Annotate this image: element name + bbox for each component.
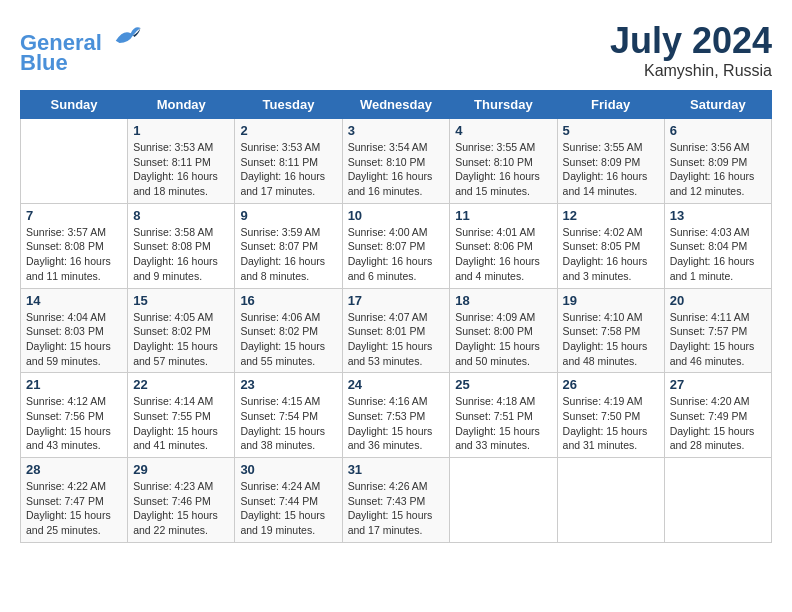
calendar-cell: 23Sunrise: 4:15 AM Sunset: 7:54 PM Dayli… <box>235 373 342 458</box>
day-number: 22 <box>133 377 229 392</box>
col-header-wednesday: Wednesday <box>342 91 450 119</box>
calendar-cell: 10Sunrise: 4:00 AM Sunset: 8:07 PM Dayli… <box>342 203 450 288</box>
day-number: 21 <box>26 377 122 392</box>
calendar-cell <box>664 458 771 543</box>
day-number: 19 <box>563 293 659 308</box>
calendar-cell: 19Sunrise: 4:10 AM Sunset: 7:58 PM Dayli… <box>557 288 664 373</box>
col-header-saturday: Saturday <box>664 91 771 119</box>
week-row-2: 7Sunrise: 3:57 AM Sunset: 8:08 PM Daylig… <box>21 203 772 288</box>
day-number: 11 <box>455 208 551 223</box>
day-number: 15 <box>133 293 229 308</box>
day-info: Sunrise: 3:55 AM Sunset: 8:10 PM Dayligh… <box>455 140 551 199</box>
calendar-cell: 22Sunrise: 4:14 AM Sunset: 7:55 PM Dayli… <box>128 373 235 458</box>
title-block: July 2024 Kamyshin, Russia <box>610 20 772 80</box>
calendar-cell: 16Sunrise: 4:06 AM Sunset: 8:02 PM Dayli… <box>235 288 342 373</box>
day-number: 26 <box>563 377 659 392</box>
day-number: 28 <box>26 462 122 477</box>
day-info: Sunrise: 4:10 AM Sunset: 7:58 PM Dayligh… <box>563 310 659 369</box>
week-row-5: 28Sunrise: 4:22 AM Sunset: 7:47 PM Dayli… <box>21 458 772 543</box>
calendar-cell: 25Sunrise: 4:18 AM Sunset: 7:51 PM Dayli… <box>450 373 557 458</box>
day-number: 27 <box>670 377 766 392</box>
calendar-cell: 24Sunrise: 4:16 AM Sunset: 7:53 PM Dayli… <box>342 373 450 458</box>
calendar-cell: 3Sunrise: 3:54 AM Sunset: 8:10 PM Daylig… <box>342 119 450 204</box>
week-row-4: 21Sunrise: 4:12 AM Sunset: 7:56 PM Dayli… <box>21 373 772 458</box>
day-number: 5 <box>563 123 659 138</box>
calendar-cell: 18Sunrise: 4:09 AM Sunset: 8:00 PM Dayli… <box>450 288 557 373</box>
day-number: 29 <box>133 462 229 477</box>
calendar-header-row: SundayMondayTuesdayWednesdayThursdayFrid… <box>21 91 772 119</box>
day-info: Sunrise: 4:12 AM Sunset: 7:56 PM Dayligh… <box>26 394 122 453</box>
day-info: Sunrise: 4:15 AM Sunset: 7:54 PM Dayligh… <box>240 394 336 453</box>
day-info: Sunrise: 4:06 AM Sunset: 8:02 PM Dayligh… <box>240 310 336 369</box>
day-info: Sunrise: 4:19 AM Sunset: 7:50 PM Dayligh… <box>563 394 659 453</box>
day-info: Sunrise: 4:24 AM Sunset: 7:44 PM Dayligh… <box>240 479 336 538</box>
calendar-cell <box>21 119 128 204</box>
calendar-body: 1Sunrise: 3:53 AM Sunset: 8:11 PM Daylig… <box>21 119 772 543</box>
calendar-cell <box>450 458 557 543</box>
day-info: Sunrise: 3:56 AM Sunset: 8:09 PM Dayligh… <box>670 140 766 199</box>
day-number: 8 <box>133 208 229 223</box>
calendar-cell: 12Sunrise: 4:02 AM Sunset: 8:05 PM Dayli… <box>557 203 664 288</box>
day-info: Sunrise: 4:09 AM Sunset: 8:00 PM Dayligh… <box>455 310 551 369</box>
day-number: 30 <box>240 462 336 477</box>
day-info: Sunrise: 4:04 AM Sunset: 8:03 PM Dayligh… <box>26 310 122 369</box>
day-info: Sunrise: 3:53 AM Sunset: 8:11 PM Dayligh… <box>240 140 336 199</box>
day-info: Sunrise: 4:22 AM Sunset: 7:47 PM Dayligh… <box>26 479 122 538</box>
day-info: Sunrise: 4:02 AM Sunset: 8:05 PM Dayligh… <box>563 225 659 284</box>
day-number: 16 <box>240 293 336 308</box>
day-info: Sunrise: 4:07 AM Sunset: 8:01 PM Dayligh… <box>348 310 445 369</box>
day-number: 12 <box>563 208 659 223</box>
calendar-cell: 27Sunrise: 4:20 AM Sunset: 7:49 PM Dayli… <box>664 373 771 458</box>
day-number: 10 <box>348 208 445 223</box>
calendar-cell: 5Sunrise: 3:55 AM Sunset: 8:09 PM Daylig… <box>557 119 664 204</box>
calendar-table: SundayMondayTuesdayWednesdayThursdayFrid… <box>20 90 772 543</box>
calendar-cell: 31Sunrise: 4:26 AM Sunset: 7:43 PM Dayli… <box>342 458 450 543</box>
calendar-cell: 4Sunrise: 3:55 AM Sunset: 8:10 PM Daylig… <box>450 119 557 204</box>
day-info: Sunrise: 4:05 AM Sunset: 8:02 PM Dayligh… <box>133 310 229 369</box>
day-number: 25 <box>455 377 551 392</box>
logo-bird-icon <box>112 20 142 50</box>
day-number: 1 <box>133 123 229 138</box>
calendar-cell: 11Sunrise: 4:01 AM Sunset: 8:06 PM Dayli… <box>450 203 557 288</box>
day-number: 3 <box>348 123 445 138</box>
page-header: General Blue July 2024 Kamyshin, Russia <box>20 20 772 80</box>
day-number: 2 <box>240 123 336 138</box>
calendar-cell: 17Sunrise: 4:07 AM Sunset: 8:01 PM Dayli… <box>342 288 450 373</box>
week-row-1: 1Sunrise: 3:53 AM Sunset: 8:11 PM Daylig… <box>21 119 772 204</box>
location: Kamyshin, Russia <box>610 62 772 80</box>
calendar-cell: 14Sunrise: 4:04 AM Sunset: 8:03 PM Dayli… <box>21 288 128 373</box>
calendar-cell: 1Sunrise: 3:53 AM Sunset: 8:11 PM Daylig… <box>128 119 235 204</box>
day-info: Sunrise: 4:14 AM Sunset: 7:55 PM Dayligh… <box>133 394 229 453</box>
calendar-cell: 30Sunrise: 4:24 AM Sunset: 7:44 PM Dayli… <box>235 458 342 543</box>
calendar-cell: 9Sunrise: 3:59 AM Sunset: 8:07 PM Daylig… <box>235 203 342 288</box>
day-info: Sunrise: 3:59 AM Sunset: 8:07 PM Dayligh… <box>240 225 336 284</box>
day-info: Sunrise: 3:53 AM Sunset: 8:11 PM Dayligh… <box>133 140 229 199</box>
day-number: 20 <box>670 293 766 308</box>
calendar-cell: 8Sunrise: 3:58 AM Sunset: 8:08 PM Daylig… <box>128 203 235 288</box>
day-info: Sunrise: 4:20 AM Sunset: 7:49 PM Dayligh… <box>670 394 766 453</box>
col-header-monday: Monday <box>128 91 235 119</box>
day-number: 6 <box>670 123 766 138</box>
day-number: 9 <box>240 208 336 223</box>
day-info: Sunrise: 3:57 AM Sunset: 8:08 PM Dayligh… <box>26 225 122 284</box>
day-info: Sunrise: 3:55 AM Sunset: 8:09 PM Dayligh… <box>563 140 659 199</box>
calendar-cell: 6Sunrise: 3:56 AM Sunset: 8:09 PM Daylig… <box>664 119 771 204</box>
calendar-cell: 20Sunrise: 4:11 AM Sunset: 7:57 PM Dayli… <box>664 288 771 373</box>
day-info: Sunrise: 4:01 AM Sunset: 8:06 PM Dayligh… <box>455 225 551 284</box>
day-info: Sunrise: 3:54 AM Sunset: 8:10 PM Dayligh… <box>348 140 445 199</box>
calendar-cell: 29Sunrise: 4:23 AM Sunset: 7:46 PM Dayli… <box>128 458 235 543</box>
day-info: Sunrise: 4:26 AM Sunset: 7:43 PM Dayligh… <box>348 479 445 538</box>
day-number: 17 <box>348 293 445 308</box>
col-header-friday: Friday <box>557 91 664 119</box>
day-info: Sunrise: 3:58 AM Sunset: 8:08 PM Dayligh… <box>133 225 229 284</box>
week-row-3: 14Sunrise: 4:04 AM Sunset: 8:03 PM Dayli… <box>21 288 772 373</box>
day-info: Sunrise: 4:18 AM Sunset: 7:51 PM Dayligh… <box>455 394 551 453</box>
day-info: Sunrise: 4:23 AM Sunset: 7:46 PM Dayligh… <box>133 479 229 538</box>
col-header-thursday: Thursday <box>450 91 557 119</box>
month-year: July 2024 <box>610 20 772 62</box>
day-number: 14 <box>26 293 122 308</box>
day-number: 13 <box>670 208 766 223</box>
day-info: Sunrise: 4:16 AM Sunset: 7:53 PM Dayligh… <box>348 394 445 453</box>
calendar-cell <box>557 458 664 543</box>
calendar-cell: 15Sunrise: 4:05 AM Sunset: 8:02 PM Dayli… <box>128 288 235 373</box>
